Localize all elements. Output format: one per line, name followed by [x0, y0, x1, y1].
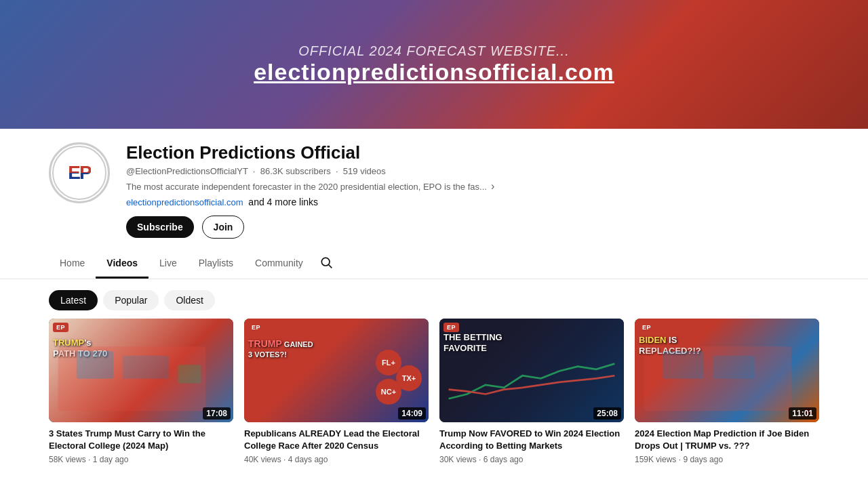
duration-3: 25:08	[593, 407, 621, 420]
thumbnail-2[interactable]: EP TRUMP GAINED3 VOTES?! FL+ TX+ NC+ 14:…	[244, 319, 429, 422]
video-card-4[interactable]: EP BIDEN ISREPLACED?!? 11:01 2024 Electi…	[635, 319, 819, 464]
filter-oldest[interactable]: Oldest	[164, 290, 214, 310]
thumb-text-3: THE BETTINGFAVORITE	[443, 332, 502, 353]
svg-rect-4	[123, 356, 169, 379]
filter-popular[interactable]: Popular	[103, 290, 159, 310]
thumb-badge-3: EP	[443, 323, 459, 332]
description-expand-icon[interactable]: ›	[491, 180, 494, 192]
channel-handle: @ElectionPredictionsOfficialYT	[126, 166, 248, 176]
tab-playlists[interactable]: Playlists	[188, 249, 244, 279]
tab-home[interactable]: Home	[49, 249, 96, 279]
video-meta-3: 30K views · 6 days ago	[439, 455, 624, 464]
video-meta-2: 40K views · 4 days ago	[244, 455, 429, 464]
video-title-4: 2024 Election Map Prediction if Joe Bide…	[635, 428, 819, 452]
svg-rect-3	[77, 351, 113, 379]
avatar: EP	[49, 142, 110, 203]
channel-description: The most accurate independent forecaster…	[126, 180, 819, 192]
avatar-text: EP	[68, 162, 90, 184]
video-title-3: Trump Now FAVORED to Win 2024 Election A…	[439, 428, 624, 452]
channel-info: Election Predictions Official @ElectionP…	[126, 142, 819, 239]
banner-subtitle: OFFICIAL 2024 FORECAST WEBSITE...	[298, 43, 569, 59]
tab-live[interactable]: Live	[149, 249, 188, 279]
tab-community[interactable]: Community	[244, 249, 314, 279]
thumbnail-1[interactable]: EP TRUMP'sPATH TO 270 17:08	[49, 319, 233, 422]
channel-more-links: and 4 more links	[248, 197, 318, 207]
channel-nav: Home Videos Live Playlists Community	[0, 249, 868, 279]
tab-videos[interactable]: Videos	[96, 249, 149, 279]
channel-subscribers: 86.3K subscribers	[260, 166, 331, 176]
svg-line-1	[329, 265, 332, 268]
video-meta-4: 159K views · 9 days ago	[635, 455, 819, 464]
channel-area: EP Election Predictions Official @Electi…	[0, 129, 868, 239]
video-card-1[interactable]: EP TRUMP'sPATH TO 270 17:08 3 States Tru…	[49, 319, 233, 464]
thumb-text-2: TRUMP GAINED3 VOTES?!	[248, 338, 313, 359]
channel-meta: @ElectionPredictionsOfficialYT · 86.3K s…	[126, 166, 819, 176]
video-card-2[interactable]: EP TRUMP GAINED3 VOTES?! FL+ TX+ NC+ 14:…	[244, 319, 429, 464]
svg-rect-7	[663, 351, 704, 379]
thumb-badge-2: EP	[248, 323, 264, 332]
channel-actions: Subscribe Join	[126, 216, 819, 239]
channel-video-count: 519 videos	[343, 166, 386, 176]
join-button[interactable]: Join	[202, 216, 245, 239]
svg-rect-8	[713, 356, 755, 379]
thumbnail-4[interactable]: EP BIDEN ISREPLACED?!? 11:01	[635, 319, 819, 422]
video-title-1: 3 States Trump Must Carry to Win the Ele…	[49, 428, 233, 452]
channel-website-link[interactable]: electionpredictionsofficial.com	[126, 197, 243, 207]
video-title-2: Republicans ALREADY Lead the Electoral C…	[244, 428, 429, 452]
avatar-logo: EP	[52, 146, 106, 200]
duration-1: 17:08	[203, 407, 231, 420]
duration-4: 11:01	[789, 407, 816, 420]
duration-2: 14:09	[398, 407, 426, 420]
thumbnail-3[interactable]: EP THE BETTINGFAVORITE 25:08	[439, 319, 624, 422]
channel-links: electionpredictionsofficial.com and 4 mo…	[126, 197, 819, 207]
search-icon[interactable]	[319, 256, 333, 272]
videos-grid: EP TRUMP'sPATH TO 270 17:08 3 States Tru…	[0, 319, 868, 478]
channel-name: Election Predictions Official	[126, 142, 819, 163]
video-meta-1: 58K views · 1 day ago	[49, 455, 233, 464]
filter-row: Latest Popular Oldest	[0, 279, 868, 319]
subscribe-button[interactable]: Subscribe	[126, 216, 194, 238]
svg-point-0	[321, 258, 330, 266]
nc-badge: NC+	[376, 379, 401, 405]
banner-url[interactable]: electionpredictionsofficial.com	[254, 59, 614, 85]
channel-banner: OFFICIAL 2024 FORECAST WEBSITE... electi…	[0, 0, 868, 129]
video-card-3[interactable]: EP THE BETTINGFAVORITE 25:08 Trump Now F…	[439, 319, 624, 464]
filter-latest[interactable]: Latest	[49, 290, 98, 310]
svg-rect-5	[178, 365, 201, 383]
